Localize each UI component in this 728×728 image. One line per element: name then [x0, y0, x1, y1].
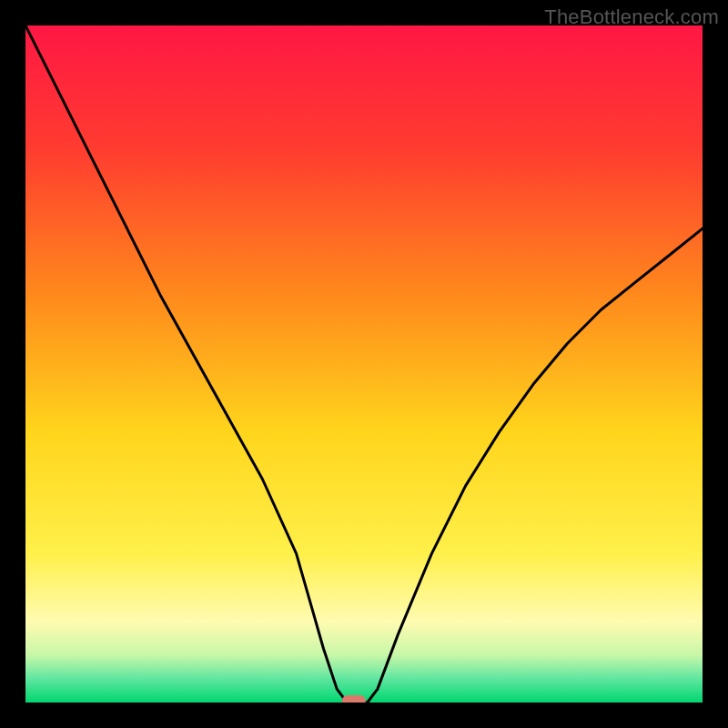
chart-svg: [25, 25, 703, 703]
plot-area: [25, 25, 703, 703]
chart-frame: TheBottleneck.com: [0, 0, 728, 728]
gradient-background: [25, 25, 703, 703]
optimum-marker: [342, 695, 366, 703]
watermark-text: TheBottleneck.com: [544, 5, 719, 29]
